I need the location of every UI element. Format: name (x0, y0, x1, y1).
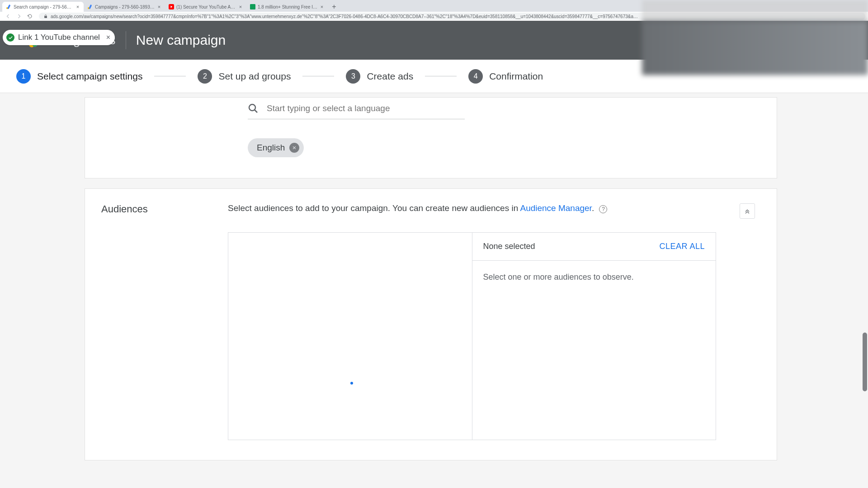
step-number: 2 (198, 69, 212, 84)
language-search-input[interactable]: Start typing or select a language (248, 98, 465, 119)
step-number: 4 (468, 69, 483, 84)
audiences-picker: None selected CLEAR ALL Select one or mo… (228, 232, 716, 440)
address-text: ads.google.com/aw/campaigns/new/search?o… (51, 14, 638, 19)
browser-tab[interactable]: (1) Secure Your YouTube Acc… × (165, 2, 246, 12)
step-4[interactable]: 4 Confirmation (468, 69, 543, 84)
close-icon[interactable]: × (320, 5, 324, 9)
tab-title: 1.8 million+ Stunning Free Im… (258, 5, 318, 9)
tab-title: Search campaign - 279-560-1… (14, 5, 74, 9)
audiences-title: Audiences (101, 203, 228, 215)
browser-tab[interactable]: 1.8 million+ Stunning Free Im… × (246, 2, 328, 12)
clear-all-button[interactable]: CLEAR ALL (659, 242, 705, 251)
step-label: Set up ad groups (218, 71, 291, 82)
scrollbar-thumb[interactable] (863, 333, 867, 391)
browser-tab[interactable]: Campaigns - 279-560-1893 … × (84, 2, 165, 12)
remove-icon[interactable] (289, 143, 299, 153)
svg-rect-3 (89, 5, 92, 9)
audiences-selected-pane: None selected CLEAR ALL Select one or mo… (472, 233, 716, 440)
notification-chip[interactable]: Link 1 YouTube channel × (3, 30, 115, 45)
youtube-favicon (169, 4, 174, 9)
check-icon (6, 33, 14, 42)
language-search-placeholder: Start typing or select a language (267, 103, 390, 113)
languages-card: Start typing or select a language Englis… (85, 98, 777, 178)
help-icon[interactable]: ? (599, 205, 607, 213)
audiences-desc-suffix: . (592, 203, 594, 213)
loading-spinner (350, 382, 353, 385)
step-label: Create ads (367, 71, 413, 82)
step-label: Select campaign settings (37, 71, 142, 82)
audience-manager-link[interactable]: Audience Manager (520, 203, 591, 213)
step-connector (154, 76, 186, 76)
audiences-description: Select audiences to add to your campaign… (228, 203, 733, 213)
step-1[interactable]: 1 Select campaign settings (16, 69, 142, 84)
google-ads-favicon (87, 4, 93, 9)
language-chip-label: English (257, 143, 285, 153)
audiences-desc-text: Select audiences to add to your campaign… (228, 203, 520, 213)
back-button[interactable] (4, 12, 12, 20)
close-icon[interactable]: × (238, 5, 243, 9)
step-3[interactable]: 3 Create ads (346, 69, 413, 84)
new-tab-button[interactable]: + (330, 2, 339, 11)
forward-button[interactable] (15, 12, 23, 20)
tab-title: Campaigns - 279-560-1893 … (95, 5, 155, 9)
step-connector (425, 76, 457, 76)
close-icon[interactable]: × (75, 5, 80, 9)
tab-title: (1) Secure Your YouTube Acc… (176, 5, 236, 9)
page-title: New campaign (136, 33, 226, 48)
divider (126, 31, 126, 49)
step-connector (302, 76, 334, 76)
obscured-region (642, 0, 868, 21)
audiences-empty-hint: Select one or more audiences to observe. (472, 261, 716, 294)
audiences-card: Audiences Select audiences to add to you… (85, 189, 777, 460)
google-ads-favicon (6, 4, 11, 9)
svg-rect-7 (44, 16, 47, 18)
step-number: 3 (346, 69, 360, 84)
collapse-button[interactable] (740, 203, 755, 219)
reload-button[interactable] (26, 12, 34, 20)
svg-rect-6 (250, 4, 255, 9)
step-2[interactable]: 2 Set up ad groups (198, 69, 291, 84)
browser-tab[interactable]: Search campaign - 279-560-1… × (2, 2, 84, 12)
search-icon (248, 103, 259, 114)
svg-rect-1 (7, 5, 10, 9)
step-number: 1 (16, 69, 31, 84)
obscured-region (642, 21, 868, 75)
notification-text: Link 1 YouTube channel (18, 33, 100, 42)
lock-icon (43, 14, 48, 19)
audiences-browse-pane (228, 233, 472, 440)
none-selected-label: None selected (483, 242, 660, 251)
content-area: Start typing or select a language Englis… (0, 93, 868, 488)
chevron-up-icon (744, 207, 751, 215)
sheets-favicon (250, 4, 255, 9)
step-label: Confirmation (489, 71, 543, 82)
close-icon[interactable]: × (106, 33, 110, 42)
language-chip: English (248, 138, 304, 157)
close-icon[interactable]: × (157, 5, 161, 9)
svg-point-15 (249, 104, 255, 111)
